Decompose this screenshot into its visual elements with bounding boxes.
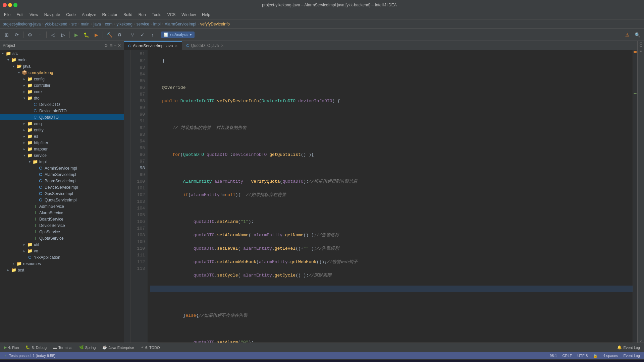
line-separator[interactable]: CRLF	[562, 354, 572, 358]
maximize-button[interactable]	[13, 3, 17, 7]
tree-item-dto[interactable]: ▾ 📁 dto	[0, 95, 124, 101]
event-log-status[interactable]: Event Log	[623, 354, 640, 358]
sidebar-collapse-icon[interactable]: −	[114, 43, 116, 48]
event-log-btn[interactable]: 🔔 Event Log	[616, 345, 641, 350]
toolbar-analysis-btn[interactable]: 📊 ▸stAnalysis ▾	[161, 32, 195, 38]
bc-class[interactable]: AlarmServiceImpl	[165, 22, 196, 26]
tree-item-deviceserviceimpl[interactable]: C DeviceServiceImpl	[0, 184, 124, 190]
tree-item-mapper[interactable]: ▸ 📁 mapper	[0, 146, 124, 152]
tree-item-impl-folder[interactable]: ▾ 📁 impl	[0, 159, 124, 165]
sidebar-gear-icon[interactable]: ⚙	[104, 43, 108, 48]
toolbar-settings-btn[interactable]: ⚙	[25, 30, 35, 40]
tree-item-boardservice[interactable]: I BoardService	[0, 216, 124, 222]
tab-close-quota[interactable]: ✕	[221, 44, 224, 48]
menu-refactor[interactable]: Refactor	[100, 11, 120, 18]
bc-service[interactable]: service	[137, 22, 149, 26]
toolbar-commit-btn[interactable]: ✓	[138, 30, 147, 40]
tree-item-com-yikekong[interactable]: ▾ 📦 com.yikekong	[0, 69, 124, 76]
toolbar-rebuild-btn[interactable]: ♻	[115, 30, 124, 40]
tree-item-src[interactable]: ▾ 📁 src	[0, 50, 124, 57]
menu-navigate[interactable]: Navigate	[42, 11, 63, 18]
toolbar-collapse-btn[interactable]: −	[35, 30, 45, 40]
tree-item-service[interactable]: ▾ 📁 service	[0, 152, 124, 159]
toolbar-forward-btn[interactable]: ▷	[58, 30, 68, 40]
toolbar-build-btn[interactable]: 🔨	[105, 30, 114, 40]
menu-edit[interactable]: Edit	[14, 11, 26, 18]
tab-alarmserviceimpl[interactable]: C AlarmServiceImpl.java ✕	[124, 41, 182, 50]
taskbar-chrome-btn[interactable]: 🔵	[131, 360, 143, 362]
tree-item-alarmserviceimpl[interactable]: C AlarmServiceImpl	[0, 171, 124, 178]
tree-item-controller[interactable]: ▸ 📁 controller	[0, 82, 124, 88]
menu-tools[interactable]: Tools	[149, 11, 164, 18]
taskbar-settings-btn[interactable]: ⚙	[169, 360, 181, 362]
encoding[interactable]: UTF-8	[577, 354, 588, 358]
menu-help[interactable]: Help	[199, 11, 213, 18]
menu-file[interactable]: File	[1, 11, 13, 18]
tree-item-main[interactable]: ▾ 📁 main	[0, 57, 124, 63]
tree-item-emq[interactable]: ▸ 📁 emq	[0, 120, 124, 127]
tree-item-httpfilter[interactable]: ▸ 📁 httpfilter	[0, 139, 124, 146]
taskbar-store-btn[interactable]: 🛍	[156, 360, 168, 362]
tree-item-vo[interactable]: ▸ 📁 vo	[0, 248, 124, 254]
tree-item-adminserviceimpl[interactable]: C AdminServiceImpl	[0, 165, 124, 171]
menu-analyze[interactable]: Analyze	[79, 11, 99, 18]
tree-item-resources[interactable]: ▸ 📁 resources	[0, 260, 124, 267]
todo-tool-btn[interactable]: ✓ 6: TODO	[140, 345, 161, 350]
tree-item-core[interactable]: ▸ 📁 core	[0, 88, 124, 95]
bc-java[interactable]: java	[94, 22, 101, 26]
tree-item-quotaserviceimpl[interactable]: C QuotaServiceImpl	[0, 197, 124, 203]
sidebar-close-icon[interactable]: ✕	[118, 43, 121, 48]
tree-item-quotadto[interactable]: C QuotaDTO	[0, 114, 124, 120]
tree-item-devicedto[interactable]: C DeviceDTO	[0, 101, 124, 108]
toolbar-push-btn[interactable]: ↑	[148, 30, 157, 40]
toolbar-back-btn[interactable]: ◁	[48, 30, 58, 40]
sidebar-expand-icon[interactable]: ⊞	[109, 43, 113, 48]
toolbar-coverage-btn[interactable]: ▶	[92, 30, 101, 40]
tree-item-quotaservice[interactable]: I QuotaService	[0, 235, 124, 241]
tree-item-config[interactable]: ▸ 📁 config	[0, 76, 124, 82]
toolbar-project-btn[interactable]: ⊞	[2, 30, 11, 40]
menu-view[interactable]: View	[27, 11, 41, 18]
run-tool-btn[interactable]: ▶ 4: Run	[3, 345, 20, 350]
bc-project[interactable]: project-yikekong-java	[3, 22, 41, 26]
tree-item-java[interactable]: ▾ 📂 java	[0, 63, 124, 69]
tree-item-entity[interactable]: ▸ 📁 entity	[0, 127, 124, 133]
tree-item-deviceinfodto[interactable]: C DeviceInfoDTO	[0, 108, 124, 114]
toolbar-debug-btn[interactable]: 🐛	[82, 30, 91, 40]
tab-quotadto[interactable]: C QuotaDTO.java ✕	[182, 41, 228, 50]
toolbar-git-btn[interactable]: ⑂	[128, 30, 137, 40]
menu-run[interactable]: Run	[136, 11, 149, 18]
menu-vcs[interactable]: VCS	[165, 11, 178, 18]
toolbar-run-btn[interactable]: ▶	[71, 30, 81, 40]
tab-close-alarm[interactable]: ✕	[175, 44, 178, 48]
tree-item-util[interactable]: ▸ 📁 util	[0, 241, 124, 248]
indent-info[interactable]: 4 spaces	[603, 354, 618, 358]
menu-window[interactable]: Window	[179, 11, 199, 18]
minimize-button[interactable]	[8, 3, 12, 7]
taskbar-edge-btn[interactable]: 🌐	[105, 360, 117, 362]
toolbar-search-btn[interactable]: 🔍	[633, 30, 642, 40]
tree-item-alarmservice[interactable]: I AlarmService	[0, 209, 124, 216]
tree-item-deviceservice[interactable]: I DeviceService	[0, 222, 124, 229]
cursor-position[interactable]: 98:1	[550, 354, 557, 358]
tree-item-es[interactable]: ▸ 📁 es	[0, 133, 124, 139]
bc-main[interactable]: main	[81, 22, 90, 26]
tree-item-adminservice[interactable]: I AdminService	[0, 203, 124, 209]
toolbar-sync-btn[interactable]: ⟳	[12, 30, 21, 40]
bc-impl[interactable]: impl	[153, 22, 161, 26]
menu-code[interactable]: Code	[63, 11, 78, 18]
taskbar-office-btn[interactable]: 📊	[144, 360, 156, 362]
database-icon[interactable]: DB	[639, 42, 643, 47]
tree-item-gpsserviceimpl[interactable]: C GpsServiceImpl	[0, 190, 124, 197]
code-editor[interactable]: 81 82 83 84 85 86 87 88 89 90 91 92 93 9…	[124, 50, 637, 343]
taskbar-extra-btn[interactable]: 📌	[195, 360, 207, 362]
bc-src[interactable]: src	[71, 22, 77, 26]
structure-icon[interactable]: ≡	[640, 50, 642, 53]
tree-item-test[interactable]: ▸ 📁 test	[0, 267, 124, 273]
tree-item-boardserviceimpl[interactable]: C BoardServiceImpl	[0, 178, 124, 184]
start-button[interactable]: ⊞	[3, 360, 15, 362]
close-button[interactable]	[3, 3, 7, 7]
tree-item-gpsservice[interactable]: I GpsService	[0, 229, 124, 235]
bean-validation-icon[interactable]: ✓	[640, 339, 642, 343]
bc-ykk-backend[interactable]: ykk-backend	[45, 22, 67, 26]
